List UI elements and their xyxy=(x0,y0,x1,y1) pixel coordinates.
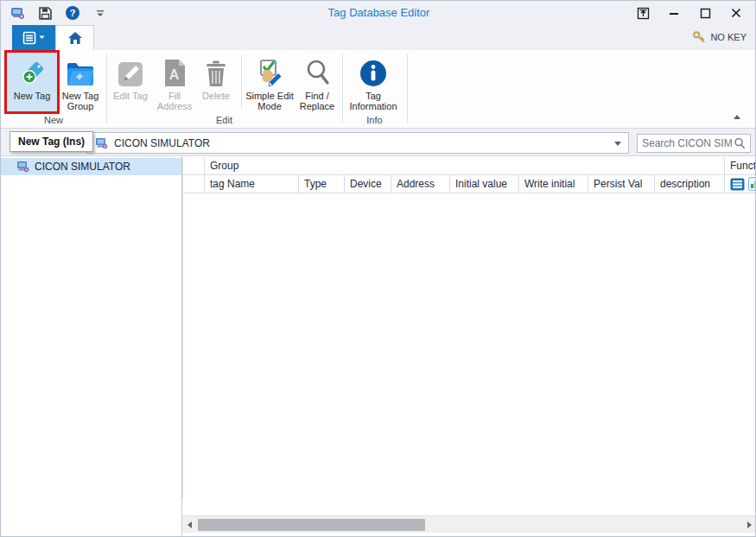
window-controls xyxy=(627,3,752,22)
ribbon-tab-row: NO KEY xyxy=(1,25,756,50)
info-icon xyxy=(358,53,389,89)
column-header-address[interactable]: Address xyxy=(391,175,450,193)
grid-body-empty[interactable] xyxy=(182,193,756,498)
find-replace-button[interactable]: Find / Replace xyxy=(295,53,339,113)
inner-separator xyxy=(241,55,242,109)
tag-information-label: Tag Information xyxy=(346,91,400,111)
find-replace-label: Find / Replace xyxy=(295,91,339,111)
group-separator xyxy=(407,54,408,123)
license-status: NO KEY xyxy=(693,31,746,42)
tag-database-editor-window: ? Tag Database Editor xyxy=(0,0,756,537)
ribbon-group-edit-label: Edit xyxy=(106,113,342,127)
column-header-persist-val[interactable]: Persist Val xyxy=(588,175,655,193)
search-input[interactable] xyxy=(638,137,734,149)
main-area: CICON SIMULATOR Group Function tag Name … xyxy=(1,156,756,537)
fill-address-icon: A xyxy=(161,53,188,89)
list-menu-icon xyxy=(22,31,36,45)
combo-dropdown-icon[interactable] xyxy=(614,142,621,146)
horizontal-scrollbar[interactable] xyxy=(182,515,756,533)
simple-edit-mode-button[interactable]: Simple Edit Mode xyxy=(245,53,294,113)
function-column-header xyxy=(725,175,756,193)
edit-tag-icon xyxy=(116,53,145,89)
search-magnifier-icon xyxy=(302,53,332,89)
tree-item-label: CICON SIMULATOR xyxy=(35,161,130,173)
simple-edit-mode-icon xyxy=(254,53,285,89)
search-icon[interactable] xyxy=(734,137,746,149)
edit-tag-label: Edit Tag xyxy=(113,91,148,101)
ribbon: New Tag New Tag Group New xyxy=(1,50,756,129)
grid-band-row: Group Function xyxy=(182,157,756,175)
svg-text:A: A xyxy=(169,67,180,82)
plc-device-icon xyxy=(95,137,108,149)
scrollbar-thumb[interactable] xyxy=(198,519,425,531)
titlebar: ? Tag Database Editor xyxy=(1,1,756,25)
tag-information-button[interactable]: Tag Information xyxy=(346,53,400,113)
edit-tag-button[interactable]: Edit Tag xyxy=(111,53,150,113)
device-selector-value: CICON SIMULATOR xyxy=(114,137,210,149)
group-separator xyxy=(106,54,107,123)
column-header-write-initial[interactable]: Write initial xyxy=(519,175,588,193)
tag-grid: Group Function tag Name Type Device Addr… xyxy=(182,156,756,537)
chevron-up-icon xyxy=(734,115,740,119)
grid-header-row: tag Name Type Device Address Initial val… xyxy=(182,175,756,193)
tooltip-text: New Tag (Ins) xyxy=(18,136,85,148)
column-header-description[interactable]: description xyxy=(655,175,725,193)
collapse-ribbon-button[interactable] xyxy=(731,111,743,122)
minimize-button[interactable] xyxy=(658,3,689,22)
band-group[interactable]: Group xyxy=(205,157,725,175)
home-icon xyxy=(67,31,83,45)
device-toolbar: CICON SIMULATOR xyxy=(1,129,756,156)
search-box xyxy=(637,134,751,153)
band-function[interactable]: Function xyxy=(725,157,756,175)
tree-item-cicon-simulator[interactable]: CICON SIMULATOR xyxy=(1,158,181,175)
new-tag-label: New Tag xyxy=(14,91,51,101)
close-button[interactable] xyxy=(721,3,752,22)
row-indicator-header xyxy=(182,157,205,175)
new-tag-group-label: New Tag Group xyxy=(60,91,101,111)
bottom-strip xyxy=(182,533,756,537)
device-tree-panel: CICON SIMULATOR xyxy=(1,156,182,537)
trash-icon xyxy=(203,53,229,89)
new-tag-tooltip: New Tag (Ins) xyxy=(10,131,93,152)
tab-file-menu[interactable] xyxy=(12,25,55,50)
key-icon xyxy=(693,31,706,42)
report-document-icon[interactable] xyxy=(748,177,756,191)
ribbon-group-new-label: New xyxy=(1,113,106,127)
new-tag-button[interactable]: New Tag xyxy=(7,53,57,113)
tab-home[interactable] xyxy=(55,25,94,50)
new-tag-group-button[interactable]: New Tag Group xyxy=(60,53,101,113)
column-header-type[interactable]: Type xyxy=(299,175,345,193)
maximize-button[interactable] xyxy=(689,3,721,22)
group-separator xyxy=(342,54,343,123)
scrollbar-track[interactable] xyxy=(197,516,742,534)
device-selector-combo[interactable]: CICON SIMULATOR xyxy=(87,132,629,154)
delete-label: Delete xyxy=(202,91,230,101)
fill-address-button[interactable]: A Fill Address xyxy=(153,53,196,113)
column-header-initial-value[interactable]: Initial value xyxy=(450,175,519,193)
triangle-right-icon xyxy=(747,521,752,528)
fill-address-label: Fill Address xyxy=(153,91,196,111)
simple-edit-mode-label: Simple Edit Mode xyxy=(245,91,294,111)
column-header-tag-name[interactable]: tag Name xyxy=(205,175,299,193)
new-tag-group-icon xyxy=(64,53,97,89)
triangle-left-icon xyxy=(187,521,192,528)
license-label: NO KEY xyxy=(710,32,746,42)
new-tag-icon xyxy=(16,53,48,89)
pin-ribbon-icon[interactable] xyxy=(627,3,658,22)
ribbon-group-info-label: Info xyxy=(342,113,407,127)
column-header-device[interactable]: Device xyxy=(345,175,391,193)
scroll-left-arrow[interactable] xyxy=(182,516,197,534)
row-indicator-header xyxy=(182,175,205,193)
scroll-right-arrow[interactable] xyxy=(742,516,756,534)
list-view-icon[interactable] xyxy=(730,178,745,191)
delete-button[interactable]: Delete xyxy=(197,53,235,113)
chevron-down-icon xyxy=(39,35,45,40)
plc-device-icon xyxy=(16,161,29,173)
